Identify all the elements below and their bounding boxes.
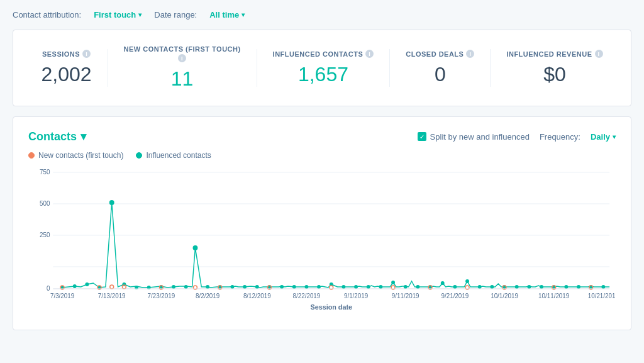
svg-point-50 <box>564 285 568 289</box>
svg-text:750: 750 <box>40 169 50 176</box>
svg-point-51 <box>577 285 580 289</box>
influenced-contacts-metric: INFLUENCED CONTACTS i 1,657 <box>273 50 374 86</box>
chart-title-caret: ▾ <box>80 130 86 143</box>
svg-point-27 <box>280 285 284 289</box>
svg-point-36 <box>391 281 395 284</box>
svg-point-46 <box>515 285 519 289</box>
influenced-revenue-info-icon[interactable]: i <box>595 50 603 58</box>
chevron-down-icon-2: ▾ <box>242 11 245 18</box>
chevron-down-icon: ▾ <box>138 11 142 18</box>
svg-text:8/22/2019: 8/22/2019 <box>293 293 321 299</box>
svg-text:500: 500 <box>40 200 50 207</box>
svg-point-23 <box>230 285 234 289</box>
influenced-revenue-metric: INFLUENCED REVENUE i $0 <box>506 50 602 86</box>
svg-point-34 <box>367 285 370 289</box>
svg-point-32 <box>341 285 345 289</box>
svg-point-13 <box>109 200 114 205</box>
chart-area: 750 500 250 0 <box>28 166 616 317</box>
legend-new-contacts: New contacts (first touch) <box>28 151 123 160</box>
frequency-caret-icon: ▾ <box>613 133 616 140</box>
sessions-info-icon[interactable]: i <box>82 50 91 58</box>
divider-1 <box>108 49 108 87</box>
svg-point-48 <box>540 285 543 289</box>
contact-attribution-label: Contact attribution: <box>13 10 81 20</box>
svg-point-37 <box>404 285 408 289</box>
svg-point-29 <box>304 285 308 289</box>
svg-point-43 <box>478 285 482 289</box>
svg-point-40 <box>441 281 445 285</box>
new-contacts-info-icon[interactable]: i <box>178 54 186 62</box>
influenced-contacts-value: 1,657 <box>273 63 374 86</box>
legend-influenced-contacts: Influenced contacts <box>136 151 211 160</box>
svg-point-38 <box>416 285 419 289</box>
frequency-dropdown[interactable]: Daily ▾ <box>591 132 616 142</box>
svg-point-33 <box>354 285 358 289</box>
first-touch-dropdown[interactable]: First touch ▾ <box>94 10 142 20</box>
svg-text:7/13/2019: 7/13/2019 <box>98 293 126 299</box>
svg-point-24 <box>243 285 247 289</box>
svg-text:10/1/2019: 10/1/2019 <box>491 293 518 299</box>
svg-point-42 <box>465 279 469 283</box>
influenced-contacts-info-icon[interactable]: i <box>365 50 374 58</box>
svg-point-56 <box>110 285 114 289</box>
metrics-card: SESSIONS i 2,002 NEW CONTACTS (FIRST TOU… <box>13 30 631 106</box>
svg-text:250: 250 <box>40 232 50 238</box>
svg-text:0: 0 <box>47 285 50 292</box>
svg-text:9/11/2019: 9/11/2019 <box>392 293 419 299</box>
legend-dot-influenced <box>136 152 142 159</box>
new-contacts-metric: NEW CONTACTS (FIRST TOUCH) i 11 <box>124 45 241 91</box>
svg-point-47 <box>527 285 531 289</box>
svg-point-21 <box>206 285 209 289</box>
chart-header: Contacts ▾ Split by new and influenced F… <box>28 130 616 143</box>
chart-svg: 750 500 250 0 <box>28 166 616 317</box>
svg-text:8/12/2019: 8/12/2019 <box>243 293 271 299</box>
closed-deals-info-icon[interactable]: i <box>466 50 474 58</box>
svg-point-18 <box>172 285 175 289</box>
sessions-value: 2,002 <box>41 63 91 86</box>
svg-point-28 <box>292 285 296 289</box>
svg-text:10/21/2019: 10/21/2019 <box>588 293 616 299</box>
svg-point-11 <box>85 282 89 286</box>
closed-deals-value: 0 <box>406 63 474 86</box>
split-checkbox-label[interactable]: Split by new and influenced <box>418 132 530 142</box>
svg-point-44 <box>490 285 494 289</box>
svg-point-53 <box>601 285 605 289</box>
top-bar: Contact attribution: First touch ▾ Date … <box>13 10 631 20</box>
date-range-label: Date range: <box>154 10 197 20</box>
influenced-revenue-value: $0 <box>506 63 602 86</box>
svg-point-19 <box>184 285 188 289</box>
sessions-metric: SESSIONS i 2,002 <box>41 50 91 86</box>
all-time-dropdown[interactable]: All time ▾ <box>209 10 245 20</box>
legend-dot-new <box>28 152 35 159</box>
svg-point-25 <box>255 285 259 289</box>
svg-text:7/23/2019: 7/23/2019 <box>148 293 175 299</box>
svg-text:10/11/2019: 10/11/2019 <box>538 293 570 299</box>
chart-card: Contacts ▾ Split by new and influenced F… <box>13 116 631 330</box>
new-contacts-value: 11 <box>124 67 241 91</box>
frequency-label: Frequency: <box>540 132 580 142</box>
svg-text:9/21/2019: 9/21/2019 <box>441 293 469 299</box>
influenced-line <box>62 203 609 288</box>
svg-text:9/1/2019: 9/1/2019 <box>344 293 369 299</box>
svg-point-20 <box>193 245 198 250</box>
svg-point-30 <box>317 285 321 289</box>
influenced-dots <box>60 200 605 289</box>
svg-text:7/3/2019: 7/3/2019 <box>50 293 75 299</box>
closed-deals-metric: CLOSED DEALS i 0 <box>406 50 474 86</box>
split-checkbox[interactable] <box>418 132 426 141</box>
chart-legend: New contacts (first touch) Influenced co… <box>28 151 616 160</box>
divider-2 <box>257 49 257 87</box>
chart-title-button[interactable]: Contacts ▾ <box>28 130 86 143</box>
divider-4 <box>490 49 491 87</box>
svg-text:8/2/2019: 8/2/2019 <box>196 293 220 299</box>
divider-3 <box>389 49 390 87</box>
chart-controls: Split by new and influenced Frequency: D… <box>418 132 616 142</box>
svg-text:Session date: Session date <box>310 303 352 311</box>
svg-point-41 <box>453 285 457 289</box>
svg-point-35 <box>379 285 382 289</box>
svg-point-10 <box>73 284 77 288</box>
